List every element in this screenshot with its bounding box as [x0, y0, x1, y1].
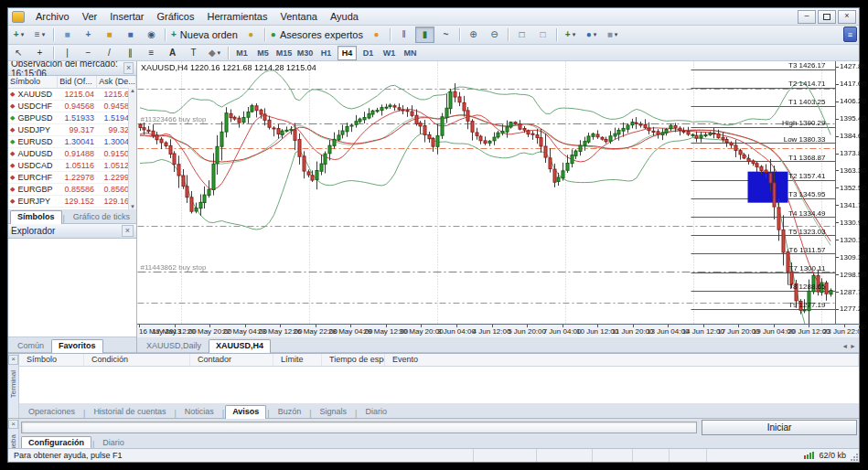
- chevron-down-icon: ▾: [21, 31, 25, 38]
- menu-item-gráficos[interactable]: Gráficos: [151, 10, 201, 23]
- timeframe-button-m1[interactable]: M1: [232, 46, 252, 60]
- expert-advisors-button[interactable]: ●Asesores expertos: [269, 27, 365, 43]
- tab-terminal-buz-n[interactable]: Buzón: [271, 405, 309, 418]
- trendline-button[interactable]: /: [100, 45, 119, 61]
- timeframe-button-mn[interactable]: MN: [401, 46, 420, 60]
- menu-item-ventana[interactable]: Ventana: [274, 10, 324, 23]
- strategy-tester-toggle[interactable]: ◉: [142, 27, 161, 43]
- timeframe-button-h1[interactable]: H1: [316, 46, 336, 60]
- navigator-close-icon[interactable]: ×: [122, 225, 134, 237]
- menu-item-herramientas[interactable]: Herramientas: [200, 10, 273, 23]
- tab-market-watch-gr-fico-de-ticks[interactable]: Gráfico de ticks: [66, 210, 137, 223]
- tester-content: Iniciar Configuración|Diario: [19, 419, 859, 448]
- vertical-line-button[interactable]: |: [58, 45, 77, 61]
- toolbar-separator: [228, 47, 229, 59]
- tab-tester-diario[interactable]: Diario: [95, 436, 132, 449]
- tab-terminal-historial-de-cuentas[interactable]: Historial de cuentas: [86, 405, 173, 418]
- market-watch-row-eurchf[interactable]: ◆EURCHF1.229781.22998: [8, 172, 136, 184]
- chart-canvas[interactable]: [137, 61, 838, 332]
- connection-status-icon: [804, 452, 814, 459]
- tab-terminal-noticias[interactable]: Noticias: [177, 405, 221, 418]
- market-watch-row-audusd[interactable]: ◆AUDUSD0.914880.91504: [8, 148, 136, 160]
- terminal-toggle[interactable]: ■: [121, 27, 140, 43]
- timeframe-button-w1[interactable]: W1: [380, 46, 399, 60]
- cascade-windows-button[interactable]: □: [533, 27, 552, 43]
- market-watch-row-eurusd[interactable]: ◆EURUSD1.300411.30047: [8, 136, 136, 148]
- tab-scroll-arrows[interactable]: ◄ ►: [841, 343, 856, 349]
- bar-chart-button[interactable]: ‖: [394, 27, 413, 43]
- start-button[interactable]: Iniciar: [702, 420, 857, 435]
- zoom-out-button[interactable]: ⊖: [485, 27, 504, 43]
- price-axis-tick: [836, 257, 839, 258]
- scroll-up-icon[interactable]: ▲: [130, 88, 135, 93]
- chevron-down-icon: ▾: [218, 49, 221, 57]
- horizontal-line-button[interactable]: −: [79, 45, 98, 61]
- price-axis-label: 1298.50: [840, 271, 866, 279]
- shapes-button[interactable]: ◆▾: [205, 45, 224, 61]
- tab-chart-xauusd-h4[interactable]: XAUUSD,H4: [209, 339, 271, 353]
- market-watch-column-header: Bid (Of...: [58, 76, 97, 88]
- new-order-button[interactable]: +Nueva orden: [169, 27, 240, 43]
- text-button[interactable]: A: [163, 45, 182, 61]
- periods-button[interactable]: ●▾: [582, 27, 601, 43]
- tester-close-icon[interactable]: ×: [8, 420, 18, 429]
- channel-button[interactable]: ∥: [121, 45, 140, 61]
- fibonacci-button[interactable]: ≡: [142, 45, 161, 61]
- navigator-toggle[interactable]: ■: [100, 27, 119, 43]
- cursor-button[interactable]: ↖: [9, 45, 28, 61]
- minimize-button[interactable]: –: [798, 10, 816, 24]
- data-window-toggle[interactable]: +: [79, 27, 98, 43]
- restore-button[interactable]: [818, 10, 836, 24]
- time-axis: 16 May 201317 May 12:0020 May 20:0022 Ma…: [137, 324, 859, 337]
- timeframe-button-m15[interactable]: M15: [274, 46, 294, 60]
- menu-item-insertar[interactable]: Insertar: [103, 10, 150, 23]
- templates-button[interactable]: ■▾: [603, 27, 622, 43]
- tab-terminal-signals[interactable]: Signals: [313, 405, 355, 418]
- menu-item-ver[interactable]: Ver: [76, 10, 104, 23]
- metaeditor-button[interactable]: ●: [241, 27, 261, 43]
- tab-terminal-diario[interactable]: Diario: [358, 405, 394, 418]
- market-watch-toggle[interactable]: ■: [58, 27, 77, 43]
- terminal-close-icon[interactable]: ×: [8, 355, 18, 365]
- line-chart-button[interactable]: ~: [436, 27, 455, 43]
- tab-chart-xauusd-daily[interactable]: XAUUSD,Daily: [139, 339, 209, 352]
- timeframe-button-h4[interactable]: H4: [338, 46, 357, 60]
- market-watch-row-usdchf[interactable]: ◆USDCHF0.945680.94586: [8, 101, 136, 112]
- menu-item-archivo[interactable]: Archivo: [29, 10, 76, 23]
- market-watch-row-eurjpy[interactable]: ◆EURJPY129.152129.165: [8, 196, 136, 208]
- label-button[interactable]: T: [184, 45, 203, 61]
- market-watch-row-gbpusd[interactable]: ◆GBPUSD1.519331.51949: [8, 112, 136, 124]
- market-watch-row-usdjpy[interactable]: ◆USDJPY99.31799.325: [8, 124, 136, 136]
- tile-windows-button[interactable]: □: [512, 27, 531, 43]
- new-chart-button[interactable]: +▾: [9, 27, 28, 43]
- market-watch-close-icon[interactable]: ×: [123, 62, 134, 74]
- symbol-label: EURCHF: [17, 173, 52, 182]
- timeframe-button-d1[interactable]: D1: [359, 46, 378, 60]
- toolbar-overflow-icon[interactable]: ≡: [843, 27, 857, 42]
- timeframe-button-m5[interactable]: M5: [253, 46, 273, 60]
- tab-navigator-favoritos[interactable]: Favoritos: [51, 339, 103, 353]
- market-watch-scrollbar[interactable]: ▲ ▼: [128, 88, 136, 209]
- close-button[interactable]: ×: [838, 10, 856, 24]
- profiles-button[interactable]: ≡▾: [30, 27, 49, 43]
- zoom-in-button[interactable]: ⊕: [464, 27, 483, 43]
- timeframe-button-m30[interactable]: M30: [295, 46, 315, 60]
- status-cell: [536, 449, 592, 462]
- resize-grip[interactable]: [850, 453, 858, 461]
- menu-item-ayuda[interactable]: Ayuda: [324, 10, 365, 23]
- tab-navigator-com-n[interactable]: Común: [10, 339, 51, 352]
- price-axis-tick: [836, 154, 839, 155]
- chart-plot-area: XAUUSD,H4 1220.16 1221.68 1214.28 1215.0…: [137, 61, 859, 324]
- indicators-button[interactable]: +▾: [561, 27, 580, 43]
- tab-market-watch-s-mbolos[interactable]: Símbolos: [10, 210, 62, 224]
- candlestick-button[interactable]: ▮: [415, 27, 434, 43]
- tab-terminal-operaciones[interactable]: Operaciones: [21, 405, 82, 418]
- crosshair-button[interactable]: +: [30, 45, 49, 61]
- tab-terminal-avisos[interactable]: Avisos: [225, 405, 266, 419]
- market-watch-row-usdcad[interactable]: ◆USDCAD1.051161.05126: [8, 160, 136, 172]
- symbol-down-icon: ◆: [10, 150, 15, 157]
- alerts-button[interactable]: ●: [367, 27, 386, 43]
- market-watch-row-xauusd[interactable]: ◆XAUUSD1215.041215.62: [8, 89, 136, 101]
- metaeditor-icon: ●: [248, 28, 253, 41]
- market-watch-row-eurgbp[interactable]: ◆EURGBP0.855860.85600: [8, 184, 136, 196]
